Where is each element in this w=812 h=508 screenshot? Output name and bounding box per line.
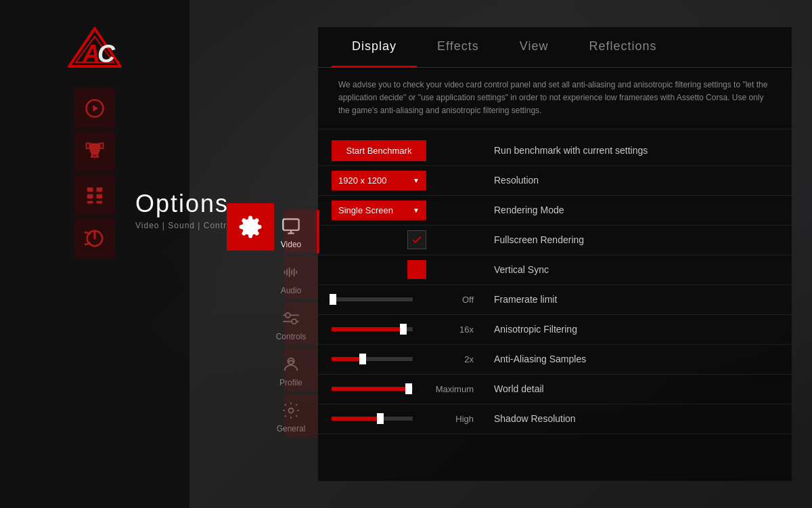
world-detail-thumb[interactable] <box>405 383 412 394</box>
tabs-bar: Display Effects View Reflections <box>318 27 792 68</box>
options-title: Options <box>135 190 229 218</box>
vsync-label: Vertical Sync <box>480 264 778 275</box>
submenu-item-profile[interactable]: Profile <box>264 348 318 391</box>
benchmark-label: Run benchmark with current settings <box>480 145 778 156</box>
shadow-res-control <box>332 417 426 421</box>
framerate-value: Off <box>426 295 480 305</box>
antialiasing-thumb[interactable] <box>359 354 366 364</box>
svg-marker-6 <box>93 105 99 112</box>
antialiasing-slider-wrap <box>332 357 426 361</box>
sound-link[interactable]: Sound <box>168 221 195 230</box>
shadow-res-slider-track[interactable] <box>332 417 413 421</box>
shadow-res-label: Shadow Resolution <box>480 413 778 424</box>
benchmark-row: Start Benchmark Run benchmark with curre… <box>318 136 792 166</box>
nav-power-button[interactable] <box>74 218 115 259</box>
fullscreen-checkbox[interactable] <box>407 230 426 249</box>
rendering-mode-value: Single Screen <box>338 205 393 215</box>
tab-effects[interactable]: Effects <box>417 27 499 67</box>
resolution-dropdown[interactable]: 1920 x 1200 ▼ <box>332 171 426 190</box>
vsync-indicator[interactable] <box>407 260 426 279</box>
antialiasing-row: 2x Anti-Aliasing Samples <box>318 345 792 375</box>
rendering-mode-label: Rendering Mode <box>480 205 778 215</box>
benchmark-control: Start Benchmark <box>332 140 426 161</box>
framerate-control <box>332 297 426 301</box>
framerate-slider-wrap <box>332 297 426 301</box>
world-detail-slider-track[interactable] <box>332 387 413 391</box>
main-content: Display Effects View Reflections We advi… <box>318 27 792 481</box>
benchmark-button[interactable]: Start Benchmark <box>332 140 426 161</box>
shadow-res-fill <box>332 417 380 421</box>
framerate-slider-track[interactable] <box>332 297 413 301</box>
rendering-mode-dropdown[interactable]: Single Screen ▼ <box>332 200 426 220</box>
checkmark-icon <box>411 234 423 246</box>
submenu-item-controls[interactable]: Controls <box>264 302 318 345</box>
chevron-down-icon: ▼ <box>413 177 420 184</box>
shadow-res-thumb[interactable] <box>377 413 384 424</box>
nav-grid-button[interactable] <box>74 175 115 215</box>
resolution-label: Resolution <box>480 175 778 186</box>
rendering-chevron-icon: ▼ <box>413 207 420 214</box>
tab-display[interactable]: Display <box>332 27 417 68</box>
anisotropic-control <box>332 327 426 331</box>
antialiasing-control <box>332 357 426 361</box>
svg-rect-9 <box>87 188 93 192</box>
submenu-item-general[interactable]: General <box>264 394 318 438</box>
anisotropic-row: 16x Anisotropic Filtering <box>318 315 792 345</box>
fullscreen-control <box>332 230 426 249</box>
vsync-row: Vertical Sync <box>318 255 792 285</box>
tab-reflections[interactable]: Reflections <box>568 27 677 67</box>
anisotropic-value: 16x <box>426 324 480 335</box>
submenu-item-audio[interactable]: Audio <box>264 256 318 299</box>
resolution-dropdown-value: 1920 x 1200 <box>338 175 387 186</box>
svg-rect-12 <box>97 194 103 198</box>
logo: A C ASSETTO CORSA <box>68 27 122 68</box>
svg-rect-7 <box>87 144 90 149</box>
world-detail-label: World detail <box>480 383 778 394</box>
shadow-res-row: High Shadow Resolution <box>318 404 792 434</box>
sidebar: A C ASSETTO CORSA <box>0 0 189 508</box>
anisotropic-thumb[interactable] <box>400 324 407 335</box>
gear-icon <box>238 215 263 239</box>
anisotropic-fill <box>332 327 403 331</box>
fullscreen-label: Fullscreen Rendering <box>480 234 778 245</box>
advisory-text: We advise you to check your video card c… <box>318 68 792 129</box>
rendering-mode-control: Single Screen ▼ <box>332 200 426 220</box>
anisotropic-label: Anisotropic Filtering <box>480 324 778 335</box>
antialiasing-label: Anti-Aliasing Samples <box>480 354 778 364</box>
video-link[interactable]: Video <box>135 221 159 230</box>
svg-rect-14 <box>97 201 103 204</box>
antialiasing-fill <box>332 357 363 361</box>
anisotropic-slider-track[interactable] <box>332 327 413 331</box>
world-detail-value: Maximum <box>426 384 480 394</box>
antialiasing-value: 2x <box>426 354 480 364</box>
world-detail-control <box>332 387 426 391</box>
tab-view[interactable]: View <box>499 27 569 67</box>
svg-text:C: C <box>97 40 116 68</box>
nav-trophy-button[interactable] <box>74 131 115 172</box>
svg-rect-8 <box>100 144 104 149</box>
vsync-control <box>332 260 426 279</box>
world-detail-row: Maximum World detail <box>318 375 792 404</box>
svg-rect-10 <box>97 188 103 192</box>
nav-play-button[interactable] <box>74 88 115 129</box>
world-detail-fill <box>332 387 409 391</box>
gear-box <box>227 203 274 251</box>
resolution-row: 1920 x 1200 ▼ Resolution <box>318 166 792 196</box>
shadow-res-slider-wrap <box>332 417 426 421</box>
framerate-thumb[interactable] <box>330 294 336 305</box>
rendering-mode-row: Single Screen ▼ Rendering Mode <box>318 196 792 226</box>
resolution-control: 1920 x 1200 ▼ <box>332 171 426 190</box>
antialiasing-slider-track[interactable] <box>332 357 413 361</box>
nav-icons <box>0 88 189 259</box>
shadow-res-value: High <box>426 414 480 424</box>
world-detail-slider-wrap <box>332 387 426 391</box>
svg-rect-11 <box>87 194 93 198</box>
anisotropic-slider-wrap <box>332 327 426 331</box>
settings-area: Start Benchmark Run benchmark with curre… <box>318 129 792 481</box>
svg-rect-13 <box>87 201 93 204</box>
fullscreen-row: Fullscreen Rendering <box>318 226 792 255</box>
framerate-row: Off Framerate limit <box>318 285 792 315</box>
framerate-label: Framerate limit <box>480 294 778 305</box>
